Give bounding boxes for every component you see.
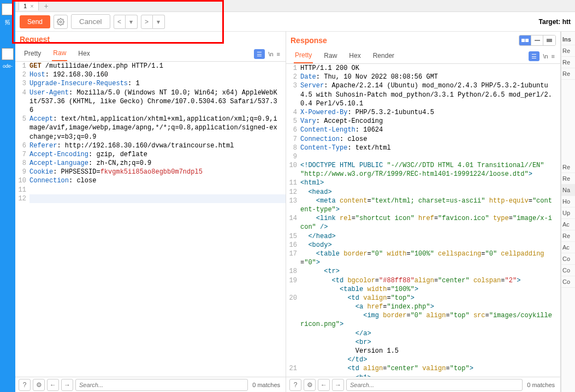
tab-hex[interactable]: Hex bbox=[77, 47, 91, 61]
editor-line[interactable]: 12 bbox=[15, 194, 286, 203]
tab-hex[interactable]: Hex bbox=[348, 50, 361, 63]
editor-line[interactable]: 14 <link rel="shortcut icon" href="favic… bbox=[286, 214, 560, 231]
desktop-icon[interactable] bbox=[2, 48, 14, 60]
editor-line[interactable]: </td> bbox=[286, 355, 560, 364]
editor-line[interactable]: 4User-Agent: Mozilla/5.0 (Windows NT 10.… bbox=[15, 88, 286, 115]
newline-toggle[interactable]: \n bbox=[268, 51, 273, 57]
response-title: Response bbox=[291, 36, 327, 45]
search-input[interactable] bbox=[346, 379, 523, 391]
request-editor[interactable]: 1GET /mutillidae/index.php HTTP/1.12Host… bbox=[15, 62, 286, 377]
editor-line[interactable]: 7Accept-Encoding: gzip, deflate bbox=[15, 150, 286, 159]
editor-line[interactable]: 2Date: Thu, 10 Nov 2022 08:08:56 GMT bbox=[286, 73, 560, 81]
actions-icon[interactable]: ☰ bbox=[529, 51, 540, 61]
inspector-label: Co bbox=[561, 265, 575, 276]
help-icon[interactable]: ? bbox=[19, 379, 31, 391]
editor-line[interactable]: </a> bbox=[286, 329, 560, 338]
layout-columns-icon[interactable] bbox=[519, 35, 531, 45]
inspector-row[interactable]: Re bbox=[561, 68, 575, 80]
editor-line[interactable]: <a href="index.php"> bbox=[286, 302, 560, 311]
desktop-label: ode- bbox=[0, 63, 15, 69]
editor-line[interactable]: 9 bbox=[286, 152, 560, 161]
newline-toggle[interactable]: \n bbox=[543, 53, 548, 60]
editor-line[interactable]: 21 <td align="center" valign="top"> bbox=[286, 364, 560, 373]
editor-line[interactable]: 1GET /mutillidae/index.php HTTP/1.1 bbox=[15, 62, 286, 70]
editor-line[interactable]: 4X-Powered-By: PHP/5.3.2-1ubuntu4.5 bbox=[286, 108, 560, 117]
next-match-icon[interactable]: → bbox=[61, 379, 73, 391]
gear-icon[interactable]: ⚙ bbox=[33, 379, 45, 391]
tab-pretty[interactable]: Pretty bbox=[23, 47, 42, 61]
inspector-label: Ho bbox=[561, 196, 575, 207]
inspector-label: Re bbox=[561, 230, 575, 242]
response-editor[interactable]: 1HTTP/1.1 200 OK2Date: Thu, 10 Nov 2022 … bbox=[286, 64, 560, 377]
response-footer: ? ⚙ ← → 0 matches bbox=[286, 377, 560, 392]
prev-match-icon[interactable]: ← bbox=[47, 379, 59, 391]
tab-raw[interactable]: Raw bbox=[52, 47, 67, 61]
editor-line[interactable]: 10<!DOCTYPE HTML PUBLIC "-//W3C//DTD HTM… bbox=[286, 161, 560, 179]
app-window: 1 × + Send Cancel < ▾ > ▾ Target: htt Re… bbox=[15, 0, 575, 392]
target-label: Target: htt bbox=[539, 18, 571, 26]
editor-line[interactable]: 3Server: Apache/2.2.14 (Ubuntu) mod_mono… bbox=[286, 81, 560, 108]
match-count: 0 matches bbox=[525, 382, 557, 388]
add-tab-icon[interactable]: + bbox=[44, 2, 49, 10]
editor-line[interactable]: <img border="0" align="top" src="images/… bbox=[286, 311, 560, 329]
editor-line[interactable]: 8Accept-Language: zh-CN,zh;q=0.9 bbox=[15, 159, 286, 168]
editor-line[interactable]: 7Connection: close bbox=[286, 135, 560, 144]
editor-line[interactable]: Version 1.5 bbox=[286, 347, 560, 355]
editor-line[interactable]: 15 </head> bbox=[286, 232, 560, 241]
editor-line[interactable]: 13 <meta content="text/html; charset=us-… bbox=[286, 197, 560, 214]
editor-line[interactable]: <br> bbox=[286, 338, 560, 347]
editor-line[interactable]: 1HTTP/1.1 200 OK bbox=[286, 64, 560, 73]
editor-line[interactable]: 19 <td bgcolor="#88ff88"align="center" c… bbox=[286, 276, 560, 285]
gear-icon[interactable]: ⚙ bbox=[304, 379, 316, 391]
editor-line[interactable]: 2Host: 192.168.30.160 bbox=[15, 70, 286, 79]
editor-line[interactable]: 5Accept: text/html,application/xhtml+xml… bbox=[15, 115, 286, 141]
inspector-label: Ac bbox=[561, 219, 575, 230]
send-button[interactable]: Send bbox=[20, 15, 50, 28]
gear-icon[interactable] bbox=[54, 15, 68, 29]
next-match-icon[interactable]: → bbox=[332, 379, 344, 391]
layout-single-icon[interactable] bbox=[543, 35, 555, 45]
editor-line[interactable]: 11<html> bbox=[286, 179, 560, 187]
inspector-row[interactable]: Re bbox=[561, 162, 575, 173]
history-fwd-group: > ▾ bbox=[141, 15, 165, 29]
editor-line[interactable]: 9Cookie: PHPSESSID=fkvgmk5ii85ao8egbb0m7… bbox=[15, 168, 286, 176]
inspector-row[interactable]: Re bbox=[561, 45, 575, 57]
desktop-icon[interactable] bbox=[2, 3, 14, 15]
repeater-tab[interactable]: 1 × bbox=[19, 1, 39, 10]
history-fwd-button[interactable]: > bbox=[141, 15, 153, 29]
editor-line[interactable]: <table width="100%"> bbox=[286, 285, 560, 294]
close-icon[interactable]: × bbox=[30, 3, 33, 9]
history-back-button[interactable]: < bbox=[114, 15, 126, 29]
search-input[interactable] bbox=[75, 379, 248, 391]
history-fwd-dropdown[interactable]: ▾ bbox=[153, 15, 165, 29]
editor-line[interactable]: 20 <td valign="top"> bbox=[286, 294, 560, 302]
inspector-label: Co bbox=[561, 253, 575, 265]
editor-line[interactable]: 17 <table border="0" width="100%" cellsp… bbox=[286, 250, 560, 267]
editor-line[interactable]: 18 <tr> bbox=[286, 267, 560, 276]
editor-line[interactable]: 11 bbox=[15, 186, 286, 194]
inspector-row[interactable]: Re bbox=[561, 57, 575, 68]
tab-label: 1 bbox=[23, 3, 27, 9]
tab-raw[interactable]: Raw bbox=[323, 50, 338, 63]
help-icon[interactable]: ? bbox=[289, 379, 301, 391]
editor-line[interactable]: 10Connection: close bbox=[15, 176, 286, 185]
inspector-label: Ac bbox=[561, 242, 575, 253]
editor-line[interactable]: 12 <head> bbox=[286, 188, 560, 197]
actions-icon[interactable]: ☰ bbox=[254, 49, 265, 59]
inspector-row[interactable]: Re bbox=[561, 173, 575, 185]
editor-line[interactable]: 16 <body> bbox=[286, 241, 560, 250]
menu-icon[interactable]: ≡ bbox=[552, 53, 555, 60]
cancel-button[interactable]: Cancel bbox=[71, 14, 110, 29]
tab-pretty[interactable]: Pretty bbox=[294, 49, 313, 63]
editor-line[interactable]: 6Content-Length: 10624 bbox=[286, 126, 560, 134]
inspector-panel: Ins Re Re Re Re Re Na Ho Up Ac Re Ac Co … bbox=[561, 32, 575, 392]
editor-line[interactable]: 8Content-Type: text/html bbox=[286, 144, 560, 152]
prev-match-icon[interactable]: ← bbox=[318, 379, 330, 391]
history-back-dropdown[interactable]: ▾ bbox=[126, 15, 138, 29]
menu-icon[interactable]: ≡ bbox=[277, 51, 280, 57]
layout-stack-icon[interactable] bbox=[531, 35, 543, 45]
tab-render[interactable]: Render bbox=[372, 50, 395, 63]
editor-line[interactable]: 5Vary: Accept-Encoding bbox=[286, 117, 560, 126]
editor-line[interactable]: 3Upgrade-Insecure-Requests: 1 bbox=[15, 79, 286, 88]
editor-line[interactable]: 6Referer: http://192.168.30.160/dvwa/tra… bbox=[15, 141, 286, 150]
